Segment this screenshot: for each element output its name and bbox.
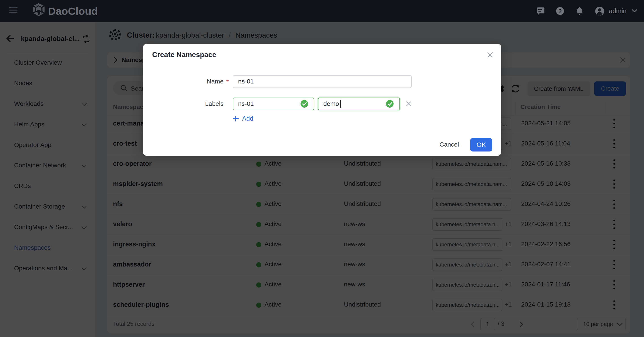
svg-text:?: ? — [558, 8, 562, 14]
